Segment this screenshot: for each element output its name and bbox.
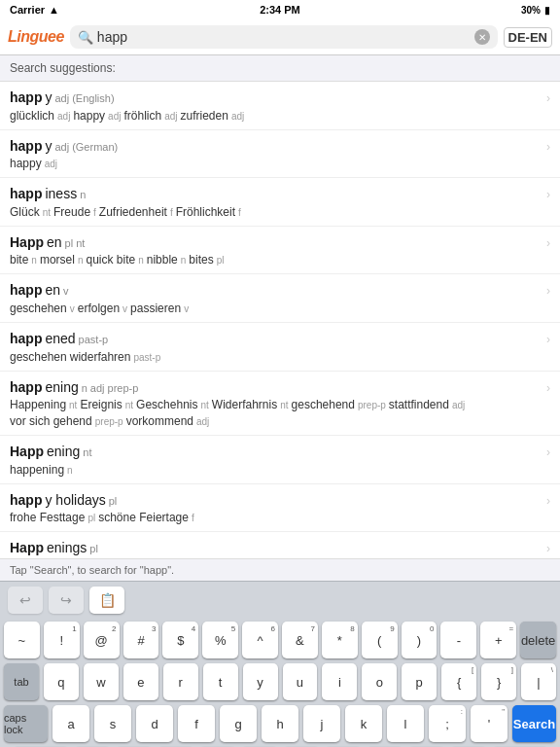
caps-lock-key[interactable]: caps lock (4, 705, 48, 742)
result-item-7[interactable]: happeningnadjprep-pHappeningntEreignisnt… (0, 372, 560, 437)
title-pos: n (80, 188, 86, 202)
key-lparen[interactable]: (9 (362, 622, 398, 658)
redo-button[interactable]: ↪ (49, 587, 84, 614)
result-title: happyadj(German) (10, 137, 541, 157)
undo-button[interactable]: ↩ (8, 587, 43, 614)
key-lbrace[interactable]: {[ (441, 663, 476, 700)
key-hash[interactable]: #3 (123, 622, 159, 658)
title-bold: happ (10, 185, 42, 204)
search-input-wrap[interactable]: 🔍 happ ✕ (70, 25, 498, 49)
paste-button[interactable]: 📋 (89, 587, 124, 614)
title-pos: nt (83, 445, 91, 460)
subtitle-word: Widerfahrnis (212, 398, 277, 411)
subtitle-pos: adj (196, 416, 209, 427)
result-item-1[interactable]: happyadj(English)glücklichadjhappyadjfrö… (0, 82, 560, 130)
subtitle-word: zufrieden (181, 109, 228, 123)
subtitle-word: happy (73, 109, 105, 123)
language-selector[interactable]: DE-EN (504, 27, 552, 48)
subtitle-pos: nt (43, 207, 51, 218)
keyboard-toolbar: ↩ ↪ 📋 (0, 581, 560, 618)
subtitle-pos: f (93, 207, 96, 218)
battery-text: 30% (521, 5, 541, 16)
status-right: 30% ▮ (521, 5, 550, 16)
status-left: Carrier ▲ (10, 4, 59, 16)
key-i[interactable]: i (322, 663, 357, 700)
key-amp[interactable]: &7 (282, 622, 318, 658)
app-logo[interactable]: Linguee (8, 28, 64, 46)
subtitle-word: frohe Festtage (10, 511, 85, 524)
result-item-10[interactable]: Happeningsplhappeningsn› (0, 532, 560, 558)
subtitle-word: geschehen (10, 302, 67, 315)
key-quote[interactable]: '" (471, 705, 508, 742)
result-title: happinessn (10, 185, 541, 204)
title-bold: Happ (10, 233, 44, 253)
subtitle-pos: pl (88, 513, 95, 523)
key-rparen[interactable]: )0 (402, 622, 438, 658)
result-item-3[interactable]: happinessnGlückntFreudefZufriedenheitfFr… (0, 178, 560, 227)
key-u[interactable]: u (283, 663, 318, 700)
key-j[interactable]: j (303, 705, 340, 742)
key-f[interactable]: f (178, 705, 215, 742)
result-subtitle: HappeningntEreignisntGeschehnisntWiderfa… (10, 398, 541, 428)
subtitle-pos: n (31, 255, 37, 266)
result-title: happy holidayspl (10, 491, 541, 511)
result-item-5[interactable]: happenvgeschehenverfolgenvpassierenv› (0, 274, 560, 323)
title-bold: Happ (10, 539, 44, 558)
search-input[interactable]: happ (97, 29, 471, 45)
subtitle-word: Glück (10, 205, 40, 219)
key-excl[interactable]: !1 (44, 622, 80, 658)
result-item-2[interactable]: happyadj(German)happyadj› (0, 130, 560, 179)
key-h[interactable]: h (262, 705, 298, 742)
key-star[interactable]: *8 (322, 622, 358, 658)
result-item-6[interactable]: happenedpast-pgeschehenwiderfahrenpast-p… (0, 323, 560, 372)
subtitle-pos: v (70, 303, 75, 314)
key-g[interactable]: g (220, 705, 257, 742)
key-semicolon[interactable]: ;: (429, 705, 466, 742)
delete-key[interactable]: delete (520, 622, 556, 658)
title-normal: iness (45, 185, 77, 204)
key-t[interactable]: t (203, 663, 238, 700)
key-w[interactable]: w (84, 663, 119, 700)
search-clear-button[interactable]: ✕ (474, 29, 490, 45)
key-pipe[interactable]: |\ (521, 663, 556, 700)
key-e[interactable]: e (123, 663, 158, 700)
result-subtitle: geschehenverfolgenvpassierenv (10, 302, 541, 315)
title-bold: happ (10, 378, 42, 398)
key-a[interactable]: a (52, 705, 89, 742)
subtitle-pos: nt (125, 400, 133, 410)
key-rbrace[interactable]: }] (481, 663, 516, 700)
result-subtitle: happyadj (10, 157, 541, 170)
key-o[interactable]: o (362, 663, 397, 700)
key-l[interactable]: l (387, 705, 424, 742)
key-s[interactable]: s (94, 705, 131, 742)
key-d[interactable]: d (136, 705, 173, 742)
title-lang: (German) (72, 140, 118, 155)
key-r[interactable]: r (163, 663, 198, 700)
key-minus[interactable]: - (440, 622, 476, 658)
key-y[interactable]: y (243, 663, 278, 700)
asdf-row: caps lock a s d f g h j k l ;: '" Search (4, 705, 556, 742)
key-caret[interactable]: ^6 (242, 622, 278, 658)
result-subtitle: frohe Festtageplschöne Feiertagef (10, 511, 541, 524)
tab-key[interactable]: tab (4, 663, 39, 700)
result-title: happyadj(English) (10, 89, 541, 108)
result-arrow: › (546, 236, 550, 250)
result-item-4[interactable]: Happenplntbitenmorselnquick bitennibblen… (0, 227, 560, 275)
subtitle-word: morsel (40, 253, 75, 267)
wifi-icon: ▲ (49, 4, 59, 16)
result-item-8[interactable]: Happeningnthappeningn› (0, 436, 560, 484)
result-title: happenedpast-p (10, 330, 541, 349)
key-q[interactable]: q (44, 663, 79, 700)
key-plus[interactable]: += (480, 622, 516, 658)
result-subtitle: happeningn (10, 463, 541, 477)
result-arrow: › (546, 333, 550, 346)
key-k[interactable]: k (345, 705, 382, 742)
result-item-9[interactable]: happy holidaysplfrohe Festtageplschöne F… (0, 484, 560, 533)
subtitle-pos: f (238, 207, 241, 218)
key-tilde[interactable]: ~ (4, 622, 40, 658)
key-at[interactable]: @2 (84, 622, 120, 658)
key-dollar[interactable]: $4 (162, 622, 198, 658)
key-p[interactable]: p (402, 663, 437, 700)
search-key[interactable]: Search (512, 705, 556, 742)
key-percent[interactable]: %5 (202, 622, 238, 658)
